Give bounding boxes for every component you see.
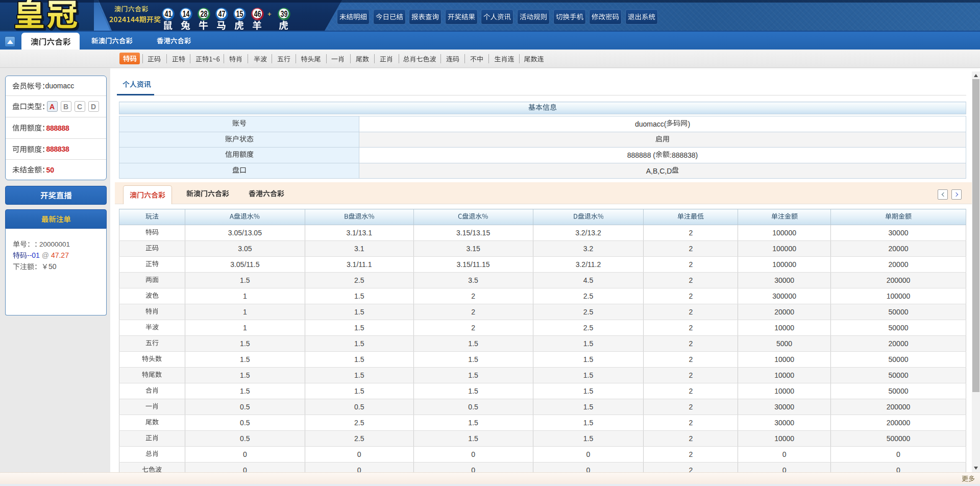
svg-text:39: 39 [280,10,287,18]
svg-text:15: 15 [236,10,243,18]
svg-text:46: 46 [254,10,261,18]
svg-text:47: 47 [218,10,225,18]
svg-text:28: 28 [200,10,207,18]
svg-text:41: 41 [164,10,172,18]
svg-text:14: 14 [182,10,189,18]
